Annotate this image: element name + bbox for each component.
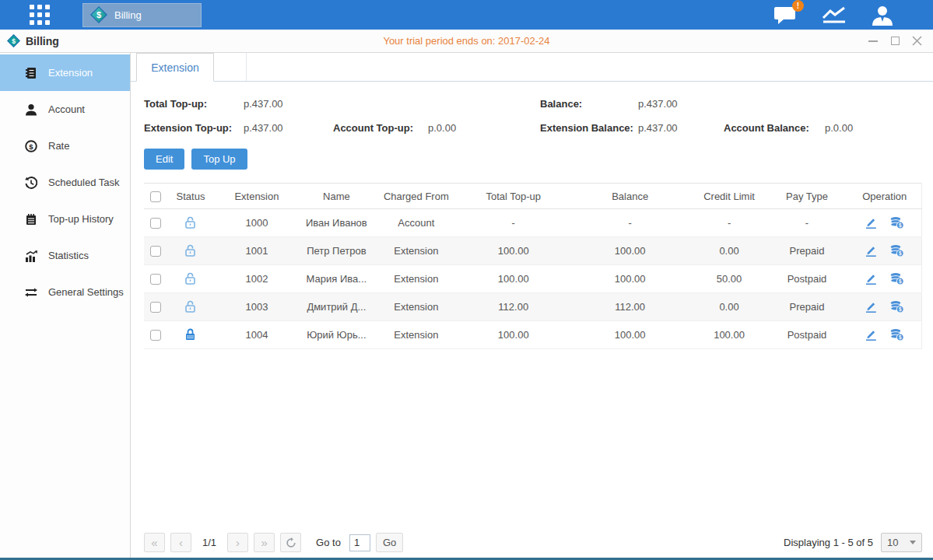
refresh-button[interactable] — [280, 533, 301, 552]
sidebar-item-label: Scheduled Task — [48, 177, 120, 188]
cell-charged-from: Extension — [374, 265, 459, 293]
next-page-icon: › — [236, 536, 240, 549]
sidebar-item-general-settings[interactable]: General Settings — [0, 274, 130, 310]
svg-text:$: $ — [96, 10, 101, 19]
maximize-button[interactable] — [889, 36, 900, 47]
table-row[interactable]: 1003 Дмитрий Д... Extension 112.00 112.0… — [144, 293, 922, 321]
col-operation: Operation — [847, 184, 921, 209]
cell-pay-type: Postpaid — [766, 321, 848, 349]
row-checkbox[interactable] — [150, 274, 161, 285]
window-titlebar: $ Billing Your trial period ends on: 201… — [0, 30, 933, 53]
close-button[interactable] — [911, 36, 922, 47]
extension-icon — [24, 67, 38, 79]
top-up-icon[interactable]: $ — [889, 216, 904, 229]
sidebar-item-label: Account — [48, 103, 85, 115]
app-grid-icon[interactable] — [30, 5, 50, 25]
edit-icon[interactable] — [865, 216, 878, 229]
next-page-button[interactable]: › — [227, 533, 248, 552]
table-row[interactable]: 1000 Иван Иванов Account - - - - $ — [144, 209, 922, 237]
total-topup-value: p.437.00 — [244, 98, 283, 110]
cell-total-topup: 100.00 — [459, 265, 568, 293]
cell-credit-limit: 0.00 — [693, 293, 766, 321]
total-topup-label: Total Top-up: — [144, 98, 244, 110]
col-charged-from: Charged From — [374, 184, 459, 209]
minimize-button[interactable] — [868, 36, 879, 47]
balance-value: p.437.00 — [638, 98, 678, 110]
cell-credit-limit: 100.00 — [693, 321, 766, 349]
cell-credit-limit: 50.00 — [693, 265, 766, 293]
edit-icon[interactable] — [865, 328, 878, 341]
top-up-icon[interactable]: $ — [889, 300, 904, 313]
cell-balance: - — [568, 209, 693, 237]
scheduled-task-icon — [24, 177, 38, 189]
top-up-icon[interactable]: $ — [889, 328, 904, 341]
topbar-tab-billing[interactable]: $ Billing — [82, 3, 202, 27]
cell-total-topup: 100.00 — [459, 321, 568, 349]
svg-text:$: $ — [899, 250, 902, 257]
sidebar-item-label: Extension — [48, 67, 93, 79]
cell-balance: 112.00 — [568, 293, 693, 321]
edit-icon[interactable] — [865, 300, 878, 313]
refresh-icon — [286, 537, 296, 548]
table-row[interactable]: 1002 Мария Ива... Extension 100.00 100.0… — [144, 265, 922, 293]
trial-message: Your trial period ends on: 2017-02-24 — [0, 35, 933, 47]
sidebar-item-rate[interactable]: $ Rate — [0, 128, 130, 164]
main-content: Extension Total Top-up: p.437.00 Extensi… — [131, 53, 933, 558]
top-up-button[interactable]: Top Up — [191, 149, 247, 170]
sidebar-item-statistics[interactable]: Statistics — [0, 237, 130, 274]
pagination-bar: « ‹ 1/1 › » Go to Go Displaying 1 - 5 of… — [144, 533, 922, 552]
messages-icon[interactable]: ! — [773, 5, 798, 25]
table-row[interactable]: 1001 Петр Петров Extension 100.00 100.00… — [144, 237, 922, 265]
cell-name: Дмитрий Д... — [300, 293, 374, 321]
page-indicator: 1/1 — [202, 537, 216, 548]
user-account-icon[interactable] — [871, 5, 894, 26]
tab-extension[interactable]: Extension — [136, 53, 214, 82]
sidebar-item-extension[interactable]: Extension — [0, 54, 130, 91]
col-total-topup: Total Top-up — [459, 184, 568, 209]
go-button[interactable]: Go — [376, 533, 403, 552]
svg-text:$: $ — [29, 142, 33, 150]
row-checkbox[interactable] — [150, 330, 161, 341]
col-credit-limit: Credit Limit — [693, 184, 766, 209]
cell-name: Юрий Юрь... — [300, 321, 374, 349]
first-page-icon: « — [151, 536, 157, 549]
edit-icon[interactable] — [865, 244, 878, 257]
svg-text:$: $ — [899, 334, 902, 341]
row-checkbox[interactable] — [150, 218, 161, 229]
status-unlocked-icon — [184, 219, 196, 231]
sidebar-item-topup-history[interactable]: Top-up History — [0, 201, 130, 237]
table-row[interactable]: 1004 Юрий Юрь... Extension 100.00 100.00… — [144, 321, 922, 349]
general-settings-icon — [24, 286, 38, 299]
reports-chart-icon[interactable] — [821, 5, 847, 25]
extension-balance-value: p.437.00 — [638, 122, 724, 134]
balance-summary: Total Top-up: p.437.00 Extension Top-up:… — [131, 92, 933, 140]
table-header-row: Status Extension Name Charged From Total… — [144, 184, 922, 209]
select-all-checkbox[interactable] — [150, 191, 161, 202]
col-name: Name — [300, 184, 374, 209]
row-checkbox[interactable] — [150, 246, 161, 257]
top-up-icon[interactable]: $ — [889, 272, 904, 285]
sidebar-item-scheduled-task[interactable]: Scheduled Task — [0, 164, 130, 201]
account-balance-label: Account Balance: — [724, 122, 825, 134]
status-unlocked-icon — [184, 247, 196, 259]
goto-page-input[interactable] — [349, 534, 370, 551]
extension-topup-value: p.437.00 — [244, 122, 333, 134]
cell-extension: 1002 — [214, 265, 300, 293]
page-size-select[interactable]: 10 — [881, 533, 922, 552]
sidebar-item-label: Rate — [48, 140, 69, 152]
cell-charged-from: Account — [374, 209, 459, 237]
cell-extension: 1000 — [214, 209, 300, 237]
col-balance: Balance — [568, 184, 693, 209]
first-page-button[interactable]: « — [144, 533, 165, 552]
top-up-icon[interactable]: $ — [889, 244, 904, 257]
edit-button[interactable]: Edit — [144, 149, 184, 170]
chevron-down-icon — [910, 541, 916, 544]
app-window: $ Billing ! — [0, 0, 933, 560]
sidebar-item-account[interactable]: Account — [0, 91, 130, 128]
row-checkbox[interactable] — [150, 302, 161, 313]
edit-icon[interactable] — [865, 272, 878, 285]
sidebar-item-label: General Settings — [48, 286, 124, 298]
last-page-button[interactable]: » — [254, 533, 275, 552]
prev-page-button[interactable]: ‹ — [170, 533, 191, 552]
status-unlocked-icon — [184, 303, 196, 315]
